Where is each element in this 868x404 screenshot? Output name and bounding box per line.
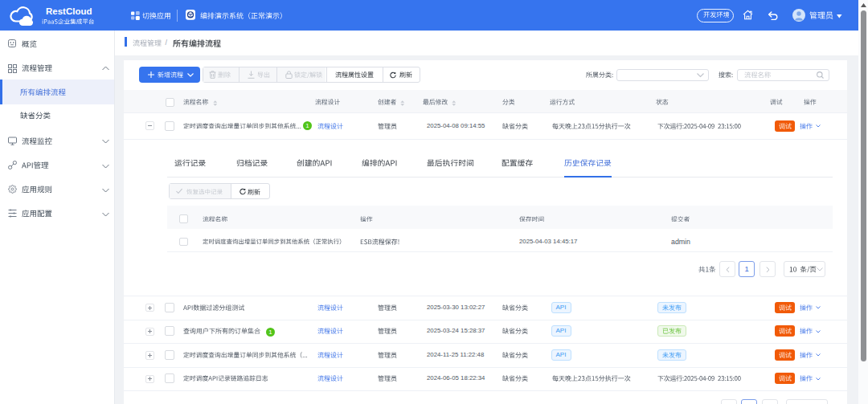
svg-text:1: 1: [305, 122, 309, 129]
svg-text:1: 1: [268, 329, 272, 336]
